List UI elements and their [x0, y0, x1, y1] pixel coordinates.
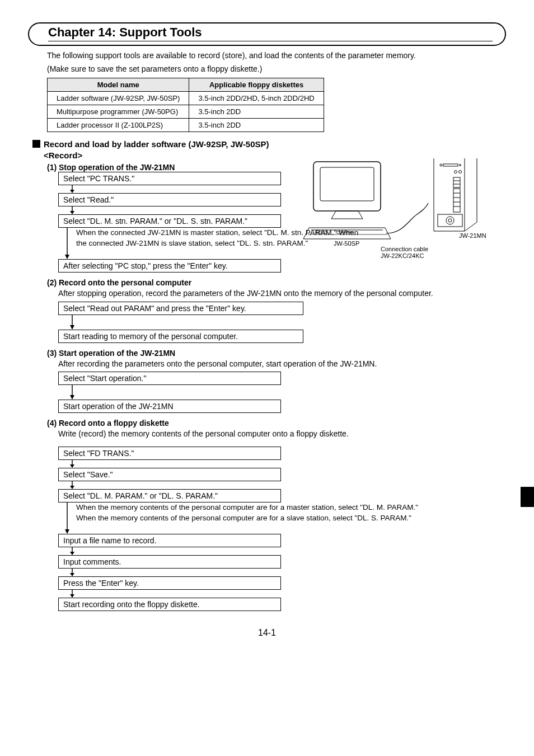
- flow-arrow-icon: [69, 315, 506, 330]
- flow-box: Select "Read.": [58, 193, 281, 206]
- flow-box: Select "Save.": [58, 468, 281, 481]
- flow-box: Input a file name to record.: [58, 534, 281, 547]
- svg-rect-17: [453, 189, 460, 212]
- flow-arrow-icon: [69, 590, 506, 598]
- flow-box: Start operation of the JW-21MN: [58, 400, 281, 413]
- step2-desc: After stopping operation, record the par…: [58, 288, 506, 299]
- flow-box: After selecting "PC stop," press the "En…: [58, 259, 281, 273]
- section-header: Record and load by ladder software (JW-9…: [32, 139, 506, 161]
- flow-arrow-icon: [58, 228, 76, 259]
- flow-arrow-icon: [69, 385, 506, 400]
- diagram-label-jw21mn: JW-21MN: [459, 232, 486, 239]
- svg-marker-34: [70, 395, 74, 400]
- svg-rect-14: [453, 177, 460, 187]
- svg-marker-32: [70, 325, 74, 330]
- svg-point-12: [459, 171, 462, 173]
- svg-point-8: [336, 231, 341, 233]
- section-title: Record and load by ladder software (JW-9…: [44, 139, 269, 161]
- svg-rect-0: [313, 162, 381, 211]
- flow-arrow-icon: [69, 460, 506, 468]
- intro-text-1: The following support tools are availabl…: [47, 50, 506, 62]
- flow-arrow-icon: [69, 569, 506, 576]
- table-cell: 3.5-inch 2DD/2HD, 5-inch 2DD/2HD: [189, 92, 324, 105]
- flow-box: Input comments.: [58, 555, 281, 569]
- table-cell: 3.5-inch 2DD: [189, 105, 324, 119]
- svg-marker-40: [65, 529, 69, 534]
- chapter-title: Chapter 14: Support Tools: [48, 25, 202, 40]
- flow-arrow-icon: [69, 481, 506, 489]
- svg-rect-1: [320, 167, 374, 201]
- section-tab-marker: [521, 487, 534, 507]
- step4-heading: (4) Record onto a floppy diskette: [47, 419, 506, 428]
- svg-rect-10: [443, 164, 458, 166]
- diagram-label-jw50sp: JW-50SP: [334, 240, 359, 247]
- table-cell: 3.5-inch 2DD: [189, 119, 324, 132]
- table-header: Applicable floppy diskettes: [189, 78, 324, 92]
- step3-desc: After recording the parameters onto the …: [58, 359, 506, 370]
- svg-point-13: [455, 171, 457, 173]
- svg-point-24: [448, 219, 452, 222]
- flow-box: Select "Read out PARAM" and press the "E…: [58, 302, 303, 315]
- chapter-header: Chapter 14: Support Tools: [28, 22, 506, 46]
- table-cell: Multipurpose programmer (JW-50PG): [48, 105, 189, 119]
- flow-box: Start recording onto the floppy diskette…: [58, 598, 281, 611]
- svg-point-23: [446, 217, 454, 224]
- svg-point-11: [460, 165, 461, 166]
- title-underline: [48, 41, 493, 41]
- black-square-icon: [32, 140, 40, 148]
- step4-desc: Write (record) the memory contents of th…: [58, 429, 506, 440]
- page-number: 14-1: [28, 628, 506, 638]
- flow-note: When the memory contents of the personal…: [76, 503, 434, 534]
- table-header: Model name: [48, 78, 189, 92]
- flow-arrow-icon: [69, 547, 506, 555]
- flow-arrow-icon: [58, 503, 76, 534]
- svg-point-9: [440, 164, 442, 166]
- table-cell: Ladder processor II (Z-100LP2S): [48, 119, 189, 132]
- step2-heading: (2) Record onto the personal computer: [47, 278, 506, 287]
- flow-box: Start reading to memory of the personal …: [58, 330, 303, 343]
- flow-box: Select "DL. M. stn. PARAM." or "DL. S. s…: [58, 214, 281, 228]
- flow-box: Press the "Enter" key.: [58, 576, 281, 590]
- flow-box: Select "PC TRANS.": [58, 172, 281, 185]
- flow-box: Select "FD TRANS.": [58, 447, 281, 460]
- step3-heading: (3) Start operation of the JW-21MN: [47, 349, 506, 358]
- flow-box: Select "Start operation.": [58, 372, 281, 385]
- diagram-label-cable: Connection cableJW-22KC/24KC: [381, 246, 428, 259]
- connection-diagram: JW-50SP JW-21MN Connection cableJW-22KC/…: [297, 158, 493, 270]
- svg-marker-30: [65, 255, 69, 259]
- intro-text-2: (Make sure to save the set parameters on…: [47, 64, 506, 75]
- model-table: Model name Applicable floppy diskettes L…: [47, 78, 324, 132]
- svg-rect-22: [438, 214, 462, 227]
- table-cell: Ladder software (JW-92SP, JW-50SP): [48, 92, 189, 105]
- flow-box: Select "DL. M. PARAM." or "DL. S. PARAM.…: [58, 489, 281, 503]
